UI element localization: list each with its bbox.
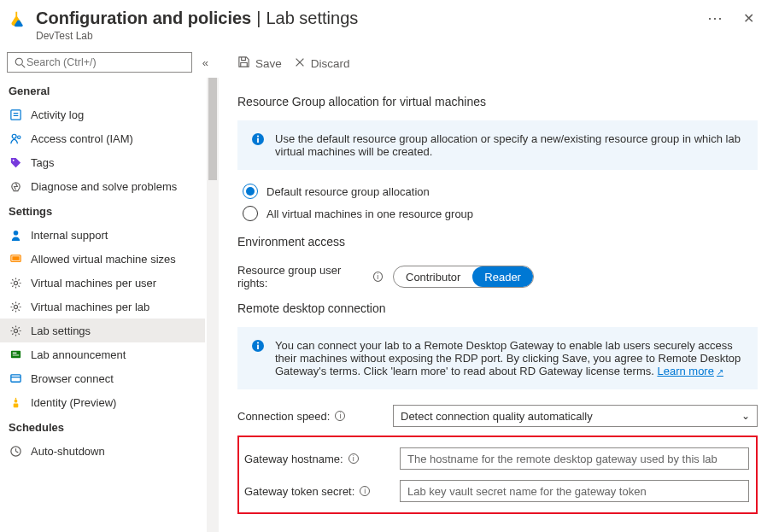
announcement-icon xyxy=(9,348,22,361)
toolbar: Save Discard xyxy=(237,49,758,79)
sidebar-item-label: Browser connect xyxy=(31,372,114,385)
rg-rights-label: Resource group user rights: i xyxy=(237,264,383,289)
sidebar-group-header: General xyxy=(0,78,205,102)
svg-rect-31 xyxy=(257,345,259,349)
content-area: Save Discard Resource Group allocation f… xyxy=(219,49,773,532)
browser-connect-icon xyxy=(9,371,22,385)
conn-speed-label: Connection speed: i xyxy=(237,410,383,423)
sidebar-item-label: Internal support xyxy=(31,229,108,242)
svg-line-1 xyxy=(21,64,25,67)
gateway-fields-highlight: Gateway hostname: i Gateway token secret… xyxy=(237,436,758,514)
radio-icon xyxy=(243,206,258,221)
sidebar-item-allowed-virtual-machine-sizes[interactable]: Allowed virtual machine sizes xyxy=(0,247,205,271)
page-subtitle: DevTest Lab xyxy=(36,30,700,42)
more-actions-button[interactable]: ⋯ xyxy=(700,9,729,27)
section-rg-title: Resource Group allocation for virtual ma… xyxy=(237,95,758,108)
sidebar-item-virtual-machines-per-user[interactable]: Virtual machines per user xyxy=(0,271,205,295)
gateway-token-input[interactable] xyxy=(400,480,749,502)
identity-icon xyxy=(9,395,22,409)
gateway-hostname-input[interactable] xyxy=(400,447,749,470)
sidebar-item-internal-support[interactable]: Internal support xyxy=(0,223,205,247)
section-env-title: Environment access xyxy=(237,235,758,248)
sidebar-item-lab-announcement[interactable]: Lab announcement xyxy=(0,342,205,366)
sidebar-item-label: Tags xyxy=(31,156,54,169)
activity-log-icon xyxy=(9,108,22,121)
collapse-sidebar-button[interactable]: « xyxy=(199,53,212,73)
close-button[interactable]: ✕ xyxy=(738,10,759,26)
info-box-rdc: You can connect your lab to a Remote Des… xyxy=(237,327,758,389)
sidebar-item-activity-log[interactable]: Activity log xyxy=(0,102,205,126)
sidebar-item-label: Diagnose and solve problems xyxy=(31,180,177,193)
gear-icon xyxy=(9,324,22,337)
sidebar-item-label: Lab announcement xyxy=(31,348,126,361)
info-icon xyxy=(251,339,265,353)
sidebar-item-auto-shutdown[interactable]: Auto-shutdown xyxy=(0,439,205,463)
svg-point-32 xyxy=(257,342,259,343)
info-icon xyxy=(251,132,265,146)
info-box-rg: Use the default resource group allocatio… xyxy=(237,120,758,170)
svg-point-6 xyxy=(17,135,20,137)
info-icon[interactable]: i xyxy=(348,453,359,464)
info-icon[interactable]: i xyxy=(373,272,384,282)
svg-rect-28 xyxy=(257,138,259,143)
sidebar-item-tags[interactable]: Tags xyxy=(0,150,205,174)
svg-rect-14 xyxy=(10,350,20,357)
learn-more-link[interactable]: Learn more↗ xyxy=(657,365,723,377)
sidebar-item-label: Auto-shutdown xyxy=(31,445,105,458)
sidebar-scrollbar[interactable] xyxy=(207,78,219,532)
tags-icon xyxy=(9,155,22,169)
sidebar-item-browser-connect[interactable]: Browser connect xyxy=(0,366,205,390)
devtest-lab-icon xyxy=(9,9,29,29)
sidebar-item-identity-preview-[interactable]: Identity (Preview) xyxy=(0,390,205,414)
sidebar-item-label: Identity (Preview) xyxy=(31,396,116,409)
sidebar-item-label: Lab settings xyxy=(31,324,91,337)
gw-host-label: Gateway hostname: i xyxy=(244,453,389,465)
radio-single-rg[interactable]: All virtual machines in one resource gro… xyxy=(237,204,758,226)
info-icon[interactable]: i xyxy=(360,486,370,496)
search-icon xyxy=(13,56,26,69)
sidebar-item-virtual-machines-per-lab[interactable]: Virtual machines per lab xyxy=(0,295,205,319)
svg-rect-20 xyxy=(13,403,18,407)
chevron-down-icon: ⌄ xyxy=(741,410,750,422)
svg-rect-16 xyxy=(12,354,19,355)
sidebar-item-label: Activity log xyxy=(31,108,84,121)
svg-point-8 xyxy=(13,230,18,235)
svg-rect-15 xyxy=(12,352,16,353)
sidebar: « GeneralActivity logAccess control (IAM… xyxy=(0,49,219,532)
sidebar-item-label: Allowed virtual machine sizes xyxy=(31,253,176,266)
sidebar-item-label: Virtual machines per user xyxy=(31,277,156,289)
svg-point-29 xyxy=(257,135,259,137)
svg-point-0 xyxy=(15,58,22,65)
pill-contributor[interactable]: Contributor xyxy=(394,266,472,287)
svg-rect-2 xyxy=(10,109,20,119)
internal-support-icon xyxy=(9,228,22,242)
external-link-icon: ↗ xyxy=(717,367,723,377)
page-title: Configuration and policies | Lab setting… xyxy=(36,9,700,28)
gear-icon xyxy=(9,276,22,289)
svg-point-13 xyxy=(14,329,17,332)
sidebar-item-lab-settings[interactable]: Lab settings xyxy=(0,319,205,342)
sidebar-item-diagnose-and-solve-problems[interactable]: Diagnose and solve problems xyxy=(0,174,205,198)
search-input-wrapper[interactable] xyxy=(7,52,192,73)
radio-icon xyxy=(243,184,258,199)
sidebar-item-access-control-iam-[interactable]: Access control (IAM) xyxy=(0,126,205,150)
sidebar-item-label: Access control (IAM) xyxy=(31,132,133,145)
svg-rect-21 xyxy=(15,397,15,399)
sidebar-item-label: Virtual machines per lab xyxy=(31,301,149,313)
gw-token-label: Gateway token secret: i xyxy=(244,485,389,498)
rg-rights-toggle[interactable]: Contributor Reader xyxy=(393,266,534,288)
conn-speed-dropdown[interactable]: Detect connection quality automatically … xyxy=(393,405,758,427)
svg-point-11 xyxy=(14,281,17,284)
svg-rect-10 xyxy=(12,256,19,260)
search-input[interactable] xyxy=(26,56,186,68)
discard-icon xyxy=(294,56,306,71)
radio-default-rg[interactable]: Default resource group allocation xyxy=(237,182,758,204)
pill-reader[interactable]: Reader xyxy=(472,266,533,287)
gear-icon xyxy=(9,300,22,313)
svg-rect-17 xyxy=(10,374,20,381)
svg-point-19 xyxy=(14,399,17,402)
svg-point-7 xyxy=(12,159,14,161)
discard-button[interactable]: Discard xyxy=(294,56,350,71)
save-button[interactable]: Save xyxy=(237,56,282,71)
info-icon[interactable]: i xyxy=(335,411,345,421)
